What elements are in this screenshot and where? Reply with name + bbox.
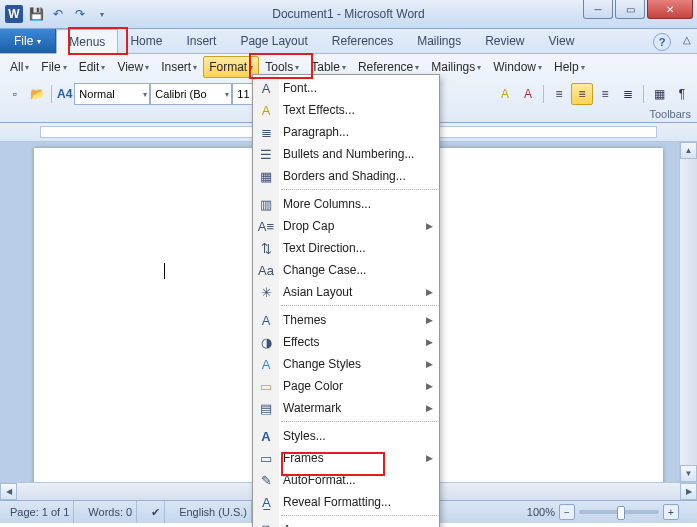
format-dropdown: AFont... AText Effects... ≣Paragraph... …	[252, 74, 440, 527]
scroll-right-icon[interactable]: ▶	[680, 483, 697, 500]
mi-borders[interactable]: ▦Borders and Shading...	[253, 165, 439, 187]
open-icon[interactable]: 📂	[26, 83, 48, 105]
app-icon[interactable]: W	[4, 4, 24, 24]
changecase-icon: Aa	[257, 261, 275, 279]
submenu-arrow-icon: ▶	[426, 359, 433, 369]
status-words[interactable]: Words: 0	[84, 501, 137, 523]
qat-redo-icon[interactable]: ↷	[70, 4, 90, 24]
mi-watermark[interactable]: ▤Watermark▶	[253, 397, 439, 419]
tab-references[interactable]: References	[320, 29, 405, 53]
mi-bullets[interactable]: ☰Bullets and Numbering...	[253, 143, 439, 165]
font-icon: A	[257, 79, 275, 97]
status-proofing-icon[interactable]: ✔	[147, 501, 165, 523]
mi-font[interactable]: AFont...	[253, 77, 439, 99]
asian-icon: ✳	[257, 283, 275, 301]
mi-dropcap[interactable]: A≡Drop Cap▶	[253, 215, 439, 237]
mi-reveal[interactable]: A̲Reveal Formatting...	[253, 491, 439, 513]
tab-page-layout[interactable]: Page Layout	[228, 29, 319, 53]
mi-paragraph[interactable]: ≣Paragraph...	[253, 121, 439, 143]
ribbon-tabs: File▾ Menus Home Insert Page Layout Refe…	[0, 29, 697, 54]
mi-changestyles[interactable]: AChange Styles▶	[253, 353, 439, 375]
arrange-icon: ⧉	[257, 521, 275, 527]
text-effects-icon: A	[257, 101, 275, 119]
vertical-scrollbar[interactable]: ▲ ▼	[679, 142, 697, 482]
zoom-control[interactable]: 100% − +	[527, 504, 679, 520]
style-combo[interactable]: Normal	[74, 83, 150, 105]
menu-window[interactable]: Window▾	[487, 57, 548, 77]
menu-all[interactable]: All▾	[4, 57, 35, 77]
columns-icon: ▥	[257, 195, 275, 213]
tab-view[interactable]: View	[537, 29, 587, 53]
group-label-toolbars: Toolbars	[649, 108, 693, 120]
help-icon[interactable]: ?	[653, 33, 671, 51]
autoformat-icon: ✎	[257, 471, 275, 489]
borders-icon: ▦	[257, 167, 275, 185]
mi-styles[interactable]: AStyles...	[253, 425, 439, 447]
tab-review[interactable]: Review	[473, 29, 536, 53]
mi-autoformat[interactable]: ✎AutoFormat...	[253, 469, 439, 491]
title-bar: W 💾 ↶ ↷ ▾ Document1 - Microsoft Word ─ ▭…	[0, 0, 697, 29]
border-icon[interactable]: ▦	[648, 83, 670, 105]
qat-save-icon[interactable]: 💾	[26, 4, 46, 24]
zoom-value[interactable]: 100%	[527, 506, 555, 518]
menu-edit[interactable]: Edit▾	[73, 57, 112, 77]
new-icon[interactable]: ▫	[4, 83, 26, 105]
align-right-icon[interactable]: ≡	[594, 83, 616, 105]
tab-file-label: File	[14, 34, 33, 48]
paragraph-icon: ≣	[257, 123, 275, 141]
align-center-icon[interactable]: ≡	[571, 83, 593, 105]
dropcap-icon: A≡	[257, 217, 275, 235]
align-left-icon[interactable]: ≡	[548, 83, 570, 105]
tab-home[interactable]: Home	[118, 29, 174, 53]
menu-format[interactable]: Format▾	[203, 56, 259, 78]
submenu-arrow-icon: ▶	[426, 381, 433, 391]
zoom-out-icon[interactable]: −	[559, 504, 575, 520]
qat-undo-icon[interactable]: ↶	[48, 4, 68, 24]
bullets-icon: ☰	[257, 145, 275, 163]
mi-changecase[interactable]: AaChange Case...	[253, 259, 439, 281]
close-button[interactable]: ✕	[647, 0, 693, 19]
menu-file[interactable]: File▾	[35, 57, 72, 77]
highlight-icon[interactable]: A	[494, 83, 516, 105]
scroll-down-icon[interactable]: ▼	[680, 465, 697, 482]
mi-frames[interactable]: ▭Frames▶	[253, 447, 439, 469]
qat-customize-icon[interactable]: ▾	[92, 4, 112, 24]
submenu-arrow-icon: ▶	[426, 287, 433, 297]
mi-themes[interactable]: AThemes▶	[253, 309, 439, 331]
mi-columns[interactable]: ▥More Columns...	[253, 193, 439, 215]
mi-pagecolor[interactable]: ▭Page Color▶	[253, 375, 439, 397]
submenu-arrow-icon: ▶	[426, 315, 433, 325]
status-page[interactable]: Page: 1 of 1	[6, 501, 74, 523]
justify-icon[interactable]: ≣	[617, 83, 639, 105]
tab-insert[interactable]: Insert	[174, 29, 228, 53]
ribbon-collapse-icon[interactable]: △	[683, 34, 691, 45]
scroll-up-icon[interactable]: ▲	[680, 142, 697, 159]
menu-help[interactable]: Help▾	[548, 57, 591, 77]
tab-file[interactable]: File▾	[0, 29, 56, 53]
mi-effects[interactable]: ◑Effects▶	[253, 331, 439, 353]
font-color-icon[interactable]: A	[517, 83, 539, 105]
submenu-arrow-icon: ▶	[426, 221, 433, 231]
mi-direction[interactable]: ⇅Text Direction...	[253, 237, 439, 259]
status-language[interactable]: English (U.S.)	[175, 501, 252, 523]
zoom-slider-track[interactable]	[579, 510, 659, 514]
submenu-arrow-icon: ▶	[426, 453, 433, 463]
mi-text-effects[interactable]: AText Effects...	[253, 99, 439, 121]
maximize-button[interactable]: ▭	[615, 0, 645, 19]
menu-view[interactable]: View▾	[111, 57, 155, 77]
text-cursor	[164, 263, 165, 279]
minimize-button[interactable]: ─	[583, 0, 613, 19]
submenu-arrow-icon: ▶	[426, 337, 433, 347]
para-mark-icon[interactable]: ¶	[671, 83, 693, 105]
scroll-left-icon[interactable]: ◀	[0, 483, 17, 500]
tab-mailings[interactable]: Mailings	[405, 29, 473, 53]
mi-arrange[interactable]: ⧉Arrange	[253, 519, 439, 527]
pagecolor-icon: ▭	[257, 377, 275, 395]
styles-icon: A	[257, 427, 275, 445]
tab-menus[interactable]: Menus	[56, 29, 118, 54]
mi-asian[interactable]: ✳Asian Layout▶	[253, 281, 439, 303]
style-prefix-icon: A4	[55, 87, 74, 101]
menu-insert[interactable]: Insert▾	[155, 57, 203, 77]
zoom-in-icon[interactable]: +	[663, 504, 679, 520]
font-combo[interactable]: Calibri (Bo	[150, 83, 232, 105]
